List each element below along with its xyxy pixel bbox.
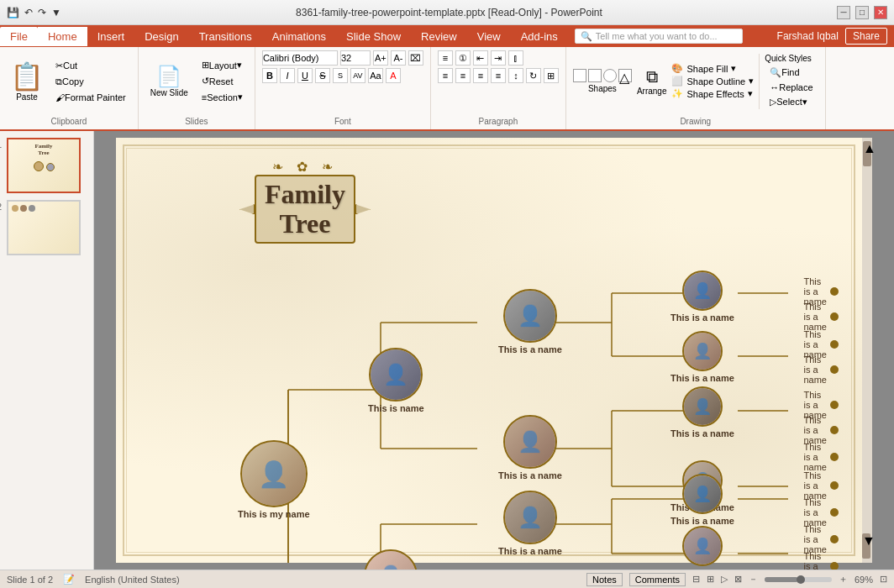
align-center-button[interactable]: ≡	[455, 68, 471, 83]
person-photo-gp2: 👤	[503, 415, 557, 469]
columns-button[interactable]: ⫿	[508, 50, 523, 66]
person-name-ggp5: This is a name	[670, 516, 734, 526]
shadow-button[interactable]: S	[333, 68, 348, 83]
section-button[interactable]: ≡ Section ▾	[197, 90, 248, 104]
menu-item-insert[interactable]: Insert	[87, 27, 135, 46]
titlebar: 💾 ↶ ↷ ▼ 8361-family-tree-powerpoint-temp…	[0, 0, 894, 25]
shape-item[interactable]: △	[618, 69, 632, 82]
shape-effects-row: ✨ Shape Effects ▾	[671, 88, 754, 99]
shape-effects-arrow[interactable]: ▾	[748, 88, 753, 99]
fit-slide-button[interactable]: ⊡	[880, 574, 887, 585]
redo-icon[interactable]: ↷	[38, 7, 46, 18]
right-label-10: This is a name	[803, 524, 839, 554]
dot-6	[830, 426, 839, 434]
dot-9	[830, 508, 839, 517]
shape-item[interactable]	[588, 69, 602, 82]
slide-preview-2	[7, 200, 81, 255]
find-button[interactable]: 🔍 Find	[765, 66, 818, 80]
italic-button[interactable]: I	[280, 68, 295, 83]
char-spacing-button[interactable]: AV	[350, 68, 365, 83]
menu-item-design[interactable]: Design	[134, 27, 188, 46]
share-button[interactable]: Share	[845, 28, 887, 45]
zoom-slider[interactable]	[765, 577, 832, 582]
person-photo-me: 👤	[240, 440, 308, 507]
comments-button[interactable]: Comments	[629, 573, 686, 586]
statusbar: Slide 1 of 2 📝 English (United States) N…	[0, 570, 894, 588]
menu-item-view[interactable]: View	[467, 27, 511, 46]
scroll-thumb-top[interactable]: ▲	[863, 141, 871, 166]
align-right-button[interactable]: ≡	[473, 68, 488, 83]
dot-8	[830, 481, 839, 490]
font-size-input[interactable]	[340, 50, 371, 66]
underline-button[interactable]: U	[297, 68, 313, 83]
replace-button[interactable]: ↔ Replace	[765, 81, 818, 94]
slide-thumb-2[interactable]: 2	[7, 200, 87, 255]
view-reading-icon[interactable]: ▷	[721, 574, 728, 585]
save-icon[interactable]: 💾	[7, 7, 19, 18]
smart-art-button[interactable]: ⊞	[544, 68, 559, 83]
bullets-button[interactable]: ≡	[438, 50, 453, 66]
menu-item-home[interactable]: Home	[38, 27, 87, 46]
menu-item-slideshow[interactable]: Slide Show	[336, 27, 411, 46]
layout-button[interactable]: ⊞ Layout ▾	[197, 58, 248, 72]
font-color-button[interactable]: A	[386, 68, 401, 83]
copy-button[interactable]: ⧉ Copy	[50, 75, 131, 89]
menu-item-review[interactable]: Review	[411, 27, 467, 46]
notes-button[interactable]: Notes	[586, 573, 623, 586]
customize-icon[interactable]: ▼	[51, 7, 61, 18]
slide-canvas[interactable]: ❧ ✿ ❧ FamilyTree	[94, 131, 894, 570]
line-spacing-button[interactable]: ↕	[508, 68, 523, 83]
quick-styles-label: Quick Styles	[765, 54, 818, 63]
zoom-in-button[interactable]: ＋	[839, 573, 848, 585]
shape-item[interactable]	[603, 69, 617, 82]
view-normal-icon[interactable]: ⊟	[692, 574, 700, 585]
slides-group: 📄 New Slide ⊞ Layout ▾ ↺ Reset ≡ Section…	[139, 47, 255, 129]
cut-button[interactable]: ✂ Cut	[50, 59, 131, 73]
clear-format-button[interactable]: ⌧	[408, 50, 423, 66]
menu-item-addins[interactable]: Add-ins	[511, 27, 568, 46]
dot-2	[830, 312, 839, 321]
slide[interactable]: ❧ ✿ ❧ FamilyTree	[116, 138, 872, 563]
shape-outline-label: Shape Outline	[686, 76, 745, 87]
undo-icon[interactable]: ↶	[24, 7, 33, 18]
titlebar-title: 8361-family-tree-powerpoint-template.ppt…	[61, 7, 837, 18]
right-label-8: This is a name	[803, 470, 839, 501]
search-box[interactable]: 🔍 Tell me what you want to do...	[575, 29, 743, 44]
shape-fill-arrow[interactable]: ▾	[731, 63, 736, 74]
zoom-out-button[interactable]: －	[749, 573, 758, 585]
dot-11	[830, 562, 839, 570]
view-slide-sorter-icon[interactable]: ⊞	[707, 574, 714, 585]
bold-button[interactable]: B	[262, 68, 277, 83]
minimize-button[interactable]: ─	[837, 6, 850, 19]
scroll-thumb-bottom[interactable]: ▼	[862, 533, 870, 559]
paste-button[interactable]: 📋 Paste	[7, 56, 47, 107]
maximize-button[interactable]: □	[855, 6, 869, 19]
person-photo-gp1: 👤	[503, 289, 557, 343]
align-left-button[interactable]: ≡	[438, 68, 453, 83]
reset-button[interactable]: ↺ Reset	[197, 74, 248, 88]
strikethrough-button[interactable]: S	[315, 68, 330, 83]
format-painter-button[interactable]: 🖌 Format Painter	[50, 91, 131, 104]
shape-outline-arrow[interactable]: ▾	[749, 76, 754, 87]
menu-item-file[interactable]: File	[0, 27, 38, 46]
view-presenter-icon[interactable]: ⊠	[734, 574, 742, 585]
justify-button[interactable]: ≡	[491, 68, 506, 83]
slide-title: FamilyTree	[265, 180, 345, 239]
decrease-indent-button[interactable]: ⇤	[473, 50, 488, 66]
vertical-scrollbar[interactable]: ▲ ▼	[862, 138, 872, 563]
numbering-button[interactable]: ①	[455, 50, 471, 66]
shape-outline-row: ⬜ Shape Outline ▾	[671, 76, 754, 87]
increase-font-button[interactable]: A+	[373, 50, 388, 66]
font-name-input[interactable]	[262, 50, 338, 66]
select-button[interactable]: ▷ Select ▾	[765, 95, 818, 109]
close-button[interactable]: ✕	[874, 6, 887, 19]
text-direction-button[interactable]: ↻	[526, 68, 541, 83]
decrease-font-button[interactable]: A-	[391, 50, 406, 66]
change-case-button[interactable]: Aa	[368, 68, 383, 83]
increase-indent-button[interactable]: ⇥	[491, 50, 506, 66]
menu-item-transitions[interactable]: Transitions	[189, 27, 262, 46]
menu-item-animations[interactable]: Animations	[262, 27, 336, 46]
slide-thumb-1[interactable]: 1 FamilyTree	[7, 138, 87, 193]
new-slide-button[interactable]: 📄 New Slide	[145, 61, 193, 101]
shape-item[interactable]	[573, 69, 586, 82]
